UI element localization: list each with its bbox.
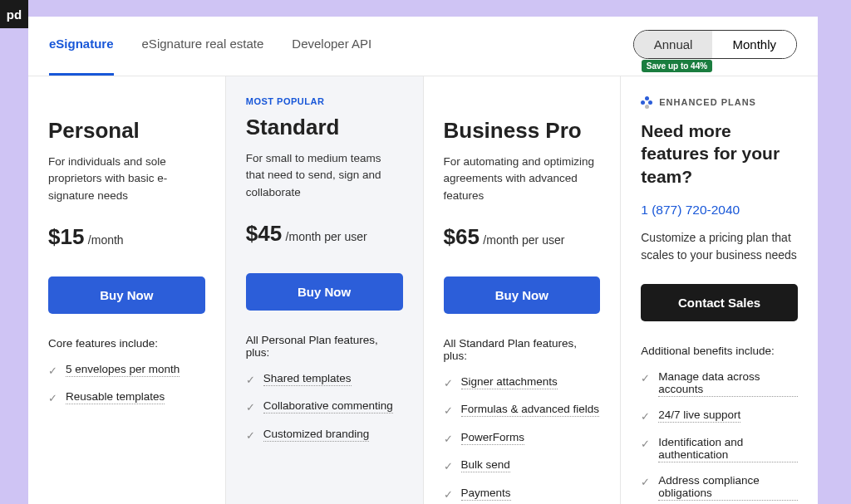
features-intro: All Standard Plan features, plus: [444,337,601,362]
feature-text: Bulk send [461,458,510,472]
feature-text: Reusable templates [66,390,165,404]
feature-item: ✓Manage data across accounts [641,370,798,397]
annual-option[interactable]: Annual [634,31,713,58]
check-icon: ✓ [641,474,650,491]
price-amount: $45 [246,221,282,246]
enhanced-header: ENHANCED PLANS [641,96,798,108]
feature-item: ✓Collaborative commenting [246,399,403,416]
top-bar: eSignature eSignature real estate Develo… [28,37,818,76]
price-amount: $65 [444,224,480,249]
check-icon: ✓ [48,390,57,407]
tab-realestate[interactable]: eSignature real estate [142,37,264,76]
feature-text: 24/7 live support [658,409,740,423]
feature-text: Formulas & advanced fields [461,403,600,417]
feature-text: 5 envelopes per month [66,363,180,377]
feature-text: Address compliance obligations [658,474,798,501]
plan-business-pro: Business Pro For automating and optimizi… [424,76,622,504]
features-intro: Core features include: [48,337,205,350]
check-icon: ✓ [444,458,453,475]
product-tabs: eSignature eSignature real estate Develo… [49,37,371,76]
plans-grid: Personal For individuals and sole propri… [28,76,818,504]
most-popular-label: MOST POPULAR [246,96,403,106]
feature-item: ✓Reusable templates [48,390,205,407]
enhanced-label: ENHANCED PLANS [659,97,756,107]
feature-item: ✓Signer attachments [444,375,601,392]
feature-item: ✓Identification and authentication [641,436,798,462]
check-icon: ✓ [246,372,255,389]
feature-item: ✓Payments [444,487,601,503]
brand-logo-icon: pd [0,0,28,28]
feature-item: ✓Shared templates [246,372,403,389]
tab-developer-api[interactable]: Developer API [292,37,371,76]
check-icon: ✓ [444,375,453,392]
buy-now-button[interactable]: Buy Now [444,276,601,314]
buy-now-button[interactable]: Buy Now [48,276,205,314]
feature-text: Identification and authentication [658,436,798,462]
enhanced-desc: Customize a pricing plan that scales to … [641,229,798,264]
feature-text: Payments [461,487,511,501]
feature-item: ✓PowerForms [444,431,601,448]
phone-link[interactable]: 1 (877) 720-2040 [641,203,798,218]
check-icon: ✓ [641,436,650,453]
price-row: $45 /month per user [246,221,403,247]
plan-personal: Personal For individuals and sole propri… [28,76,226,504]
feature-text: Collaborative commenting [263,399,393,413]
check-icon: ✓ [444,487,453,503]
feature-item: ✓Formulas & advanced fields [444,403,601,419]
contact-sales-button[interactable]: Contact Sales [641,284,798,321]
feature-item: ✓5 envelopes per month [48,363,205,379]
enhanced-plans-icon [641,96,652,108]
feature-item: ✓Bulk send [444,458,601,475]
check-icon: ✓ [444,431,453,448]
price-period: /month per user [483,233,564,247]
feature-text: Shared templates [263,372,352,386]
feature-text: PowerForms [461,431,525,445]
check-icon: ✓ [48,363,57,379]
check-icon: ✓ [246,428,255,444]
check-icon: ✓ [641,370,650,387]
plan-desc: For small to medium teams that need to s… [246,150,403,201]
plan-enhanced: ENHANCED PLANS Need more features for yo… [621,76,818,504]
save-badge: Save up to 44% [642,60,712,72]
price-period: /month [88,233,124,247]
feature-item: ✓24/7 live support [641,409,798,425]
check-icon: ✓ [641,409,650,425]
monthly-option[interactable]: Monthly [712,31,796,58]
pricing-card: eSignature eSignature real estate Develo… [28,17,818,504]
check-icon: ✓ [444,403,453,419]
plan-desc: For individuals and sole proprietors wit… [48,154,205,204]
features-intro: All Personal Plan features, plus: [246,334,403,359]
tab-esignature[interactable]: eSignature [49,37,114,76]
plan-desc: For automating and optimizing agreements… [444,154,601,204]
period-pill: Annual Monthly [633,30,797,59]
plan-title: Business Pro [444,118,601,144]
plan-title: Personal [48,118,205,144]
feature-text: Signer attachments [461,375,558,389]
plan-standard: MOST POPULAR Standard For small to mediu… [226,76,424,504]
price-row: $15 /month [48,224,205,250]
features-intro: Additional benefits include: [641,345,798,357]
feature-text: Manage data across accounts [658,370,798,397]
feature-text: Customized branding [263,428,370,442]
check-icon: ✓ [246,399,255,416]
billing-period-switch: Annual Monthly Save up to 44% [633,30,797,59]
feature-item: ✓Customized branding [246,428,403,444]
price-row: $65 /month per user [444,224,601,250]
buy-now-button[interactable]: Buy Now [246,273,403,311]
plan-title: Standard [246,115,403,140]
price-amount: $15 [48,224,84,249]
feature-item: ✓Address compliance obligations [641,474,798,501]
enhanced-title: Need more features for your team? [641,120,798,188]
price-period: /month per user [286,230,367,243]
